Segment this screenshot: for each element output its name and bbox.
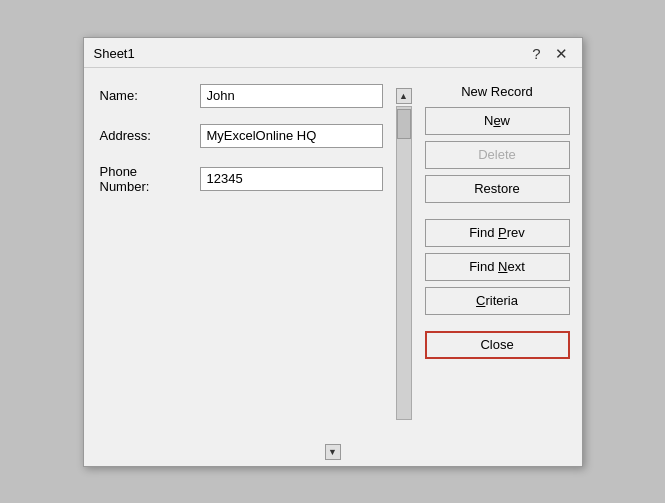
address-label: Address: bbox=[100, 128, 190, 143]
scrollbar: ▲ bbox=[395, 84, 413, 420]
scroll-thumb bbox=[397, 109, 411, 139]
find-prev-button[interactable]: Find Prev bbox=[425, 219, 570, 247]
phone-field-row: Phone Number: bbox=[100, 164, 383, 194]
name-input[interactable] bbox=[200, 84, 383, 108]
dialog-body: Name: Address: Phone Number: ▲ New Recor… bbox=[84, 68, 582, 436]
dialog: Sheet1 ? ✕ Name: Address: Phone Number: bbox=[83, 37, 583, 467]
left-spacer bbox=[100, 210, 383, 420]
left-panel: Name: Address: Phone Number: bbox=[100, 84, 383, 420]
find-next-button[interactable]: Find Next bbox=[425, 253, 570, 281]
title-bar: Sheet1 ? ✕ bbox=[84, 38, 582, 68]
delete-button[interactable]: Delete bbox=[425, 141, 570, 169]
phone-label: Phone Number: bbox=[100, 164, 190, 194]
close-button-action[interactable]: Close bbox=[425, 331, 570, 359]
dialog-title: Sheet1 bbox=[94, 46, 135, 61]
scroll-up-button[interactable]: ▲ bbox=[396, 88, 412, 104]
title-bar-controls: ? ✕ bbox=[528, 46, 571, 61]
new-record-label: New Record bbox=[425, 84, 570, 99]
help-button[interactable]: ? bbox=[528, 46, 544, 61]
name-label: Name: bbox=[100, 88, 190, 103]
new-button[interactable]: New bbox=[425, 107, 570, 135]
name-field-row: Name: bbox=[100, 84, 383, 108]
bottom-scroll-area: ▼ bbox=[84, 436, 582, 466]
criteria-button[interactable]: Criteria bbox=[425, 287, 570, 315]
scroll-track[interactable] bbox=[396, 106, 412, 420]
phone-input[interactable] bbox=[200, 167, 383, 191]
close-button[interactable]: ✕ bbox=[551, 46, 572, 61]
address-input[interactable] bbox=[200, 124, 383, 148]
restore-button[interactable]: Restore bbox=[425, 175, 570, 203]
address-field-row: Address: bbox=[100, 124, 383, 148]
right-panel: New Record New Delete Restore Find Prev … bbox=[425, 84, 570, 420]
scroll-down-button[interactable]: ▼ bbox=[325, 444, 341, 460]
